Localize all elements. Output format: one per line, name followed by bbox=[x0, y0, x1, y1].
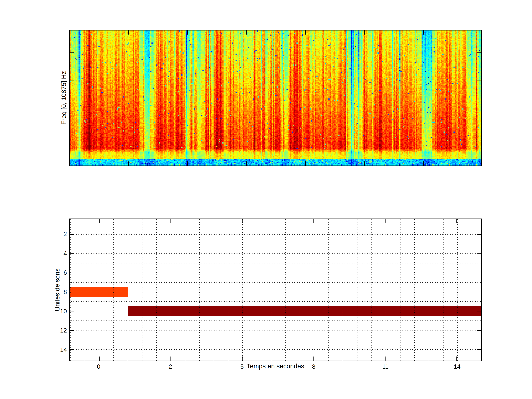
x-tick bbox=[99, 219, 100, 223]
spectrogram-x-tick bbox=[364, 161, 365, 165]
minor-x-grid-line bbox=[329, 219, 329, 361]
minor-x-grid-line bbox=[300, 219, 300, 361]
minor-x-grid-line bbox=[414, 219, 415, 361]
spectrogram-y-tick bbox=[477, 52, 481, 53]
x-tick bbox=[385, 219, 386, 223]
x-tick bbox=[385, 356, 386, 361]
minor-x-grid-line bbox=[386, 219, 386, 361]
y-tick-label: 12 bbox=[44, 327, 67, 334]
unit-y-grid-line bbox=[70, 253, 481, 254]
minor-x-grid-line bbox=[214, 219, 214, 361]
y-tick bbox=[477, 273, 481, 273]
x-tick-label: 5 bbox=[240, 363, 244, 370]
y-tick bbox=[477, 234, 481, 235]
unit-y-grid-line bbox=[70, 225, 481, 225]
y-tick-label: 2 bbox=[44, 231, 67, 238]
x-tick-labels: 02581114 bbox=[69, 363, 482, 371]
minor-x-grid-line bbox=[271, 219, 271, 361]
spectrogram-y-tick bbox=[70, 81, 74, 81]
minor-x-grid-line bbox=[128, 219, 128, 361]
y-tick bbox=[70, 253, 74, 254]
unit-y-grid-line bbox=[70, 330, 481, 330]
y-tick-labels: 2468101214 bbox=[44, 219, 67, 361]
spectrogram-x-tick bbox=[246, 161, 247, 165]
spectrogram-x-tick bbox=[305, 31, 306, 35]
unit-y-grid-line bbox=[70, 263, 481, 263]
x-tick-label: 8 bbox=[312, 363, 315, 370]
unit-y-grid-line bbox=[70, 273, 481, 273]
figure-canvas: Freq [0, 10875] Hz Unites de sons Temps … bbox=[0, 0, 532, 399]
spectrogram-plot bbox=[69, 30, 482, 166]
minor-x-grid-line bbox=[372, 219, 372, 361]
unit-y-grid-line bbox=[70, 311, 481, 311]
minor-x-grid-line bbox=[472, 219, 472, 361]
x-tick bbox=[313, 356, 314, 361]
spectrogram-y-tick bbox=[70, 137, 74, 137]
x-tick bbox=[456, 219, 457, 223]
spectrogram-y-axis-label: Freq [0, 10875] Hz bbox=[60, 71, 67, 125]
spectrogram-x-tick bbox=[423, 31, 424, 35]
minor-x-grid-line bbox=[285, 219, 286, 361]
spectrogram-y-tick bbox=[70, 109, 74, 109]
spectrogram-y-tick bbox=[477, 137, 481, 137]
minor-x-grid-line bbox=[99, 219, 99, 361]
y-tick bbox=[477, 292, 481, 292]
minor-x-grid-line bbox=[314, 219, 314, 361]
unit-y-grid-line bbox=[70, 340, 481, 340]
y-tick bbox=[477, 311, 481, 311]
spectrogram-image bbox=[70, 31, 481, 165]
spectrogram-x-tick bbox=[128, 31, 129, 35]
spectrogram-x-tick bbox=[128, 161, 129, 165]
x-tick bbox=[242, 219, 242, 223]
minor-x-grid-line bbox=[171, 219, 171, 361]
spectrogram-x-tick bbox=[364, 31, 365, 35]
minor-x-grid-line bbox=[257, 219, 257, 361]
x-tick-label: 0 bbox=[97, 363, 100, 370]
spectrogram-y-tick bbox=[477, 109, 481, 109]
minor-x-grid-line bbox=[443, 219, 443, 361]
spectrogram-y-tick bbox=[477, 81, 481, 81]
y-tick bbox=[70, 273, 74, 273]
minor-x-grid-line bbox=[457, 219, 458, 361]
y-tick-label: 4 bbox=[44, 250, 67, 257]
spectrogram-x-tick bbox=[423, 161, 424, 165]
spectrogram-x-tick bbox=[187, 31, 188, 35]
y-tick bbox=[70, 292, 74, 292]
minor-x-grid-line bbox=[228, 219, 228, 361]
spectrogram-y-tick bbox=[70, 52, 74, 53]
unit-y-grid-line bbox=[70, 321, 481, 321]
units-time-plot bbox=[69, 219, 482, 361]
minor-x-grid-line bbox=[400, 219, 400, 361]
x-tick bbox=[242, 356, 242, 361]
unit-y-grid-line bbox=[70, 349, 481, 350]
minor-x-grid-line bbox=[357, 219, 357, 361]
x-tick bbox=[456, 356, 457, 361]
y-tick bbox=[70, 349, 74, 350]
x-tick bbox=[171, 356, 171, 361]
minor-x-grid-line bbox=[70, 219, 70, 361]
spectrogram-x-tick bbox=[187, 161, 188, 165]
minor-x-grid-line bbox=[185, 219, 185, 361]
x-tick-label: 2 bbox=[169, 363, 172, 370]
minor-x-grid-line bbox=[156, 219, 157, 361]
x-tick bbox=[99, 356, 100, 361]
minor-x-grid-line bbox=[113, 219, 114, 361]
unit-y-grid-line bbox=[70, 282, 481, 283]
y-tick-label: 14 bbox=[44, 346, 67, 353]
x-tick-label: 14 bbox=[454, 363, 461, 370]
spectrogram-x-tick bbox=[305, 161, 306, 165]
minor-x-grid-line bbox=[199, 219, 200, 361]
minor-x-grid-line bbox=[429, 219, 429, 361]
minor-x-grid-line bbox=[85, 219, 85, 361]
y-tick-label: 10 bbox=[44, 308, 67, 315]
x-tick bbox=[171, 219, 171, 223]
minor-x-grid-line bbox=[242, 219, 243, 361]
y-tick bbox=[70, 311, 74, 311]
x-tick-label: 11 bbox=[382, 363, 388, 370]
y-tick bbox=[70, 234, 74, 235]
y-tick bbox=[477, 253, 481, 254]
unit-y-grid-line bbox=[70, 244, 481, 244]
y-tick bbox=[70, 330, 74, 331]
minor-x-grid-line bbox=[343, 219, 343, 361]
y-tick bbox=[477, 330, 481, 331]
